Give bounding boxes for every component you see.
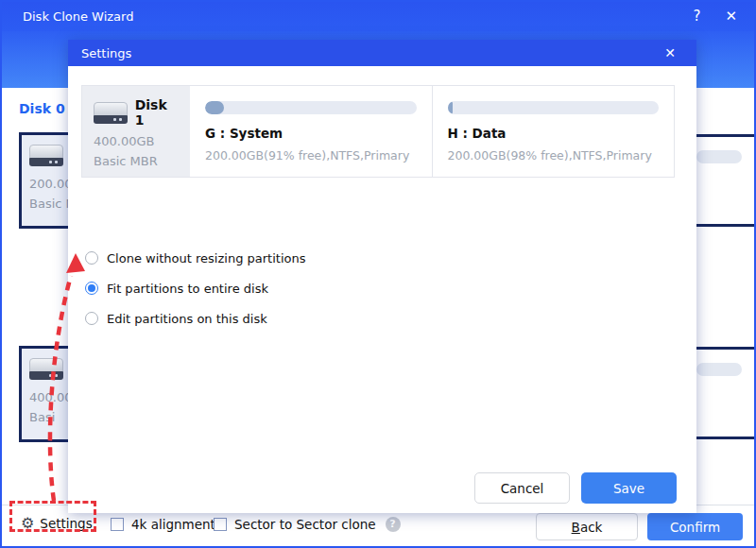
radio-icon[interactable] — [85, 312, 98, 325]
cancel-button[interactable]: Cancel — [474, 472, 570, 504]
disk0-partition-box[interactable] — [690, 134, 756, 227]
partition-usage-bar — [696, 363, 742, 376]
save-button[interactable]: Save — [581, 472, 677, 504]
radio-icon[interactable] — [85, 251, 98, 265]
title-bar: Disk Clone Wizard ? ✕ — [2, 2, 754, 31]
disk-name: Disk 1 — [135, 97, 180, 128]
dialog-close-icon[interactable]: ✕ — [664, 45, 683, 60]
partition-g-system[interactable]: G : System 200.00GB(91% free),NTFS,Prima… — [190, 86, 432, 177]
checkbox-4k-label: 4k alignment — [131, 517, 215, 532]
disk-type: Basic MBR — [94, 154, 180, 168]
radio-option-0[interactable]: Clone without resizing partitions — [85, 243, 305, 273]
back-button-label: Back — [572, 520, 603, 535]
back-button[interactable]: Back — [536, 513, 638, 540]
window-title: Disk Clone Wizard — [23, 9, 133, 24]
settings-dialog-header: Settings ✕ — [68, 40, 696, 66]
disk-icon — [29, 358, 63, 380]
settings-button[interactable]: ⚙ Settings — [21, 516, 93, 531]
radio-option-label: Fit partitions to entire disk — [107, 282, 268, 296]
settings-dialog: Settings ✕ Disk 1 400.00GB Basic MBR G :… — [68, 40, 696, 513]
close-icon[interactable]: ✕ — [725, 2, 737, 31]
checkbox-sector-clone[interactable]: Sector to Sector clone ? — [214, 517, 401, 532]
disk-size: 400.00GB — [94, 134, 180, 148]
partition-usage-bar — [205, 101, 417, 114]
radio-icon[interactable] — [85, 282, 98, 295]
checkbox-sector-label: Sector to Sector clone — [234, 517, 376, 532]
checkbox-4k-alignment[interactable]: 4k alignment — [111, 517, 215, 532]
disk1-partition-box[interactable] — [690, 347, 756, 439]
checkbox-icon[interactable] — [111, 518, 124, 531]
app-window: Disk Clone Wizard ? ✕ Disk 0 c 200.00 Ba… — [0, 0, 756, 548]
partition-details: 200.00GB(98% free),NTFS,Primary — [448, 148, 660, 163]
radio-option-1[interactable]: Fit partitions to entire disk — [85, 273, 305, 303]
partition-usage-bar — [448, 101, 660, 114]
gear-icon: ⚙ — [21, 516, 34, 531]
partition-label: G : System — [205, 126, 417, 141]
window-controls: ? ✕ — [693, 2, 745, 31]
partition-h-data[interactable]: H : Data 200.00GB(98% free),NTFS,Primary — [432, 86, 675, 177]
settings-dialog-title: Settings — [81, 46, 131, 60]
radio-option-label: Clone without resizing partitions — [107, 251, 305, 265]
partition-usage-bar — [696, 150, 742, 163]
save-button-label: Save — [613, 481, 644, 496]
disk-icon — [94, 102, 128, 124]
disk0-label: Disk 0 — [19, 101, 65, 116]
disk-info-panel: Disk 1 400.00GB Basic MBR G : System 200… — [81, 85, 675, 178]
partition-label: H : Data — [448, 126, 660, 141]
radio-option-2[interactable]: Edit partitions on this disk — [85, 303, 305, 334]
help-tooltip-icon[interactable]: ? — [386, 517, 401, 532]
partition-usage-fill — [205, 101, 224, 114]
confirm-button[interactable]: Confirm — [647, 513, 743, 540]
confirm-button-label: Confirm — [670, 520, 720, 535]
help-icon[interactable]: ? — [693, 2, 700, 31]
partition-usage-fill — [448, 101, 454, 114]
disk-icon — [29, 145, 63, 166]
disk-summary: Disk 1 400.00GB Basic MBR — [82, 86, 190, 177]
cancel-button-label: Cancel — [501, 481, 544, 496]
radio-option-label: Edit partitions on this disk — [107, 312, 267, 326]
clone-options-group: Clone without resizing partitions Fit pa… — [85, 243, 305, 334]
settings-button-label: Settings — [40, 516, 92, 531]
checkbox-icon[interactable] — [214, 518, 227, 531]
partition-details: 200.00GB(91% free),NTFS,Primary — [205, 148, 417, 163]
